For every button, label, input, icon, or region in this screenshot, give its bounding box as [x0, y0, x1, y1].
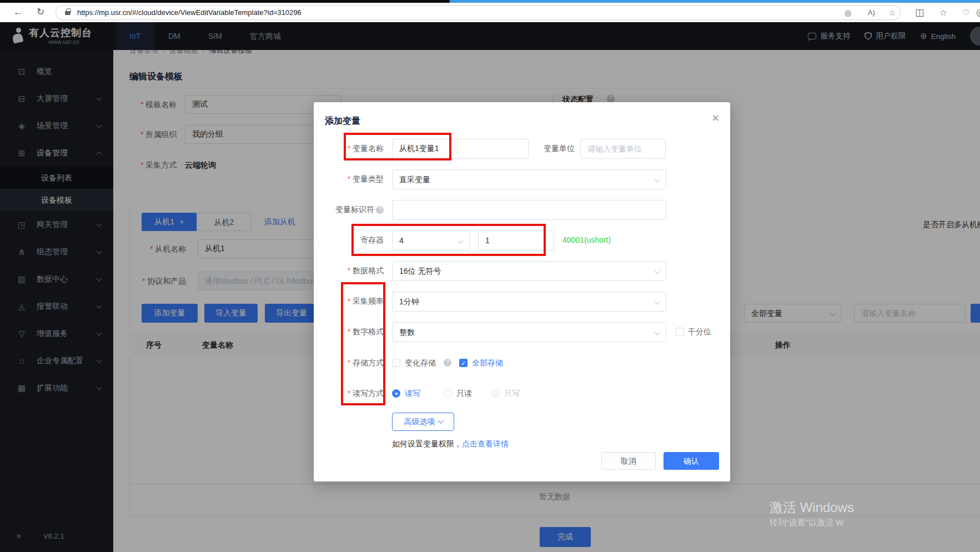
dialog-footer: 取消 确认	[314, 452, 730, 470]
dialog-title: 添加变量	[325, 116, 360, 127]
register-address-input[interactable]	[478, 230, 554, 250]
row-storage: 存储方式 变化存储 ✓ 全部存储	[314, 353, 730, 373]
data-format-select[interactable]: 16位 无符号	[392, 261, 666, 281]
refresh-icon[interactable]: ↻	[37, 7, 44, 17]
chevron-down-icon	[438, 418, 443, 424]
windows-activation-watermark-sub: 转到“设置”以激活 W	[770, 518, 843, 528]
cancel-button[interactable]: 取消	[601, 452, 656, 470]
page-viewport: 有人云控制台 www.usr.cn IoT DM SIM 官方商城 服务支持 用…	[0, 22, 980, 552]
register-label: 寄存器	[314, 235, 384, 245]
chevron-down-icon	[655, 177, 660, 183]
change-storage-checkbox[interactable]	[392, 359, 400, 367]
frequency-select[interactable]: 1分钟	[392, 292, 666, 312]
chevron-down-icon	[458, 238, 464, 244]
number-format-label: 数字格式	[314, 327, 384, 337]
edge-menu-icon[interactable]: ◎	[976, 8, 980, 17]
lock-icon	[65, 11, 71, 15]
location-icon[interactable]: ◎	[845, 8, 851, 17]
variable-unit-label: 变量单位	[508, 144, 575, 154]
rw-option-writeonly: 只写	[504, 389, 520, 399]
all-storage-label: 全部存储	[472, 358, 503, 368]
identifier-input[interactable]	[392, 200, 666, 220]
collections-icon[interactable]: ☆	[939, 8, 947, 17]
identifier-label: 变量标识符	[314, 205, 384, 215]
data-format-label: 数据格式	[314, 266, 384, 276]
chevron-down-icon	[655, 299, 660, 305]
variable-name-label: 变量名称	[314, 144, 384, 154]
row-frequency: 采集频率 1分钟	[314, 292, 730, 312]
back-icon[interactable]: ←	[13, 7, 23, 17]
storage-label: 存储方式	[314, 358, 384, 368]
read-aloud-icon[interactable]: A)	[868, 8, 875, 17]
thousands-label: 千分位	[688, 327, 711, 337]
close-icon[interactable]: ×	[712, 112, 719, 124]
variable-type-select[interactable]: 直采变量	[392, 169, 666, 189]
confirm-button[interactable]: 确认	[664, 452, 719, 470]
rw-radio-readonly[interactable]	[444, 389, 452, 398]
help-icon[interactable]	[376, 206, 384, 214]
rw-radio-readwrite[interactable]	[392, 389, 400, 398]
help-icon[interactable]	[444, 359, 451, 367]
frequency-label: 采集频率	[314, 297, 384, 307]
chevron-down-icon	[655, 330, 660, 335]
windows-activation-watermark: 激活 Windows	[770, 499, 854, 516]
number-format-select[interactable]: 整数	[392, 322, 666, 342]
row-register: 寄存器 4 40001(ushort)	[314, 230, 730, 250]
rw-radio-writeonly[interactable]	[491, 389, 500, 398]
row-identifier: 变量标识符	[314, 200, 730, 220]
advanced-options-button[interactable]: 高级选项	[392, 413, 454, 431]
register-type-select[interactable]: 4	[392, 230, 470, 250]
thousands-checkbox[interactable]	[676, 328, 684, 336]
chevron-down-icon	[655, 269, 660, 274]
row-help: 如何设置变量权限，点击查看详情	[314, 439, 730, 450]
row-data-format: 数据格式 16位 无符号	[314, 261, 730, 281]
help-text: 如何设置变量权限，	[392, 439, 462, 448]
browser-chrome: ← ↻ https://mp.usr.cn/#/cloud/device/Vie…	[0, 0, 980, 22]
browser-toolbar: ← ↻ https://mp.usr.cn/#/cloud/device/Vie…	[0, 3, 980, 22]
address-bar[interactable]: https://mp.usr.cn/#/cloud/device/ViewEdi…	[56, 5, 901, 20]
change-storage-label: 变化存储	[405, 358, 436, 368]
row-advanced: 高级选项	[314, 413, 730, 431]
variable-type-label: 变量类型	[314, 174, 384, 184]
add-variable-dialog: 添加变量 × 变量名称 变量单位 变量类型 直采变量 变量标识符 寄存器 4 4…	[314, 102, 730, 481]
screen: ← ↻ https://mp.usr.cn/#/cloud/device/Vie…	[0, 0, 980, 552]
row-read-write: 读写方式 读写 只读 只写	[314, 384, 730, 404]
all-storage-checkbox[interactable]: ✓	[459, 359, 468, 367]
register-hint: 40001(ushort)	[562, 235, 611, 244]
rw-option-readonly[interactable]: 只读	[456, 389, 472, 399]
row-number-format: 数字格式 整数 千分位	[314, 322, 730, 342]
variable-unit-input[interactable]	[580, 139, 666, 159]
split-screen-icon[interactable]: ◫	[915, 8, 924, 17]
row-variable-name: 变量名称 变量单位	[314, 139, 730, 159]
url-text[interactable]: https://mp.usr.cn/#/cloud/device/ViewEdi…	[77, 8, 301, 17]
read-write-label: 读写方式	[314, 389, 384, 399]
browser-essentials-icon[interactable]: ♡	[962, 8, 969, 17]
rw-option-readwrite[interactable]: 读写	[405, 389, 420, 399]
row-variable-type: 变量类型 直采变量	[314, 169, 730, 189]
favorite-star-icon[interactable]: ☆	[889, 8, 896, 17]
help-details-link[interactable]: 点击查看详情	[462, 439, 509, 448]
